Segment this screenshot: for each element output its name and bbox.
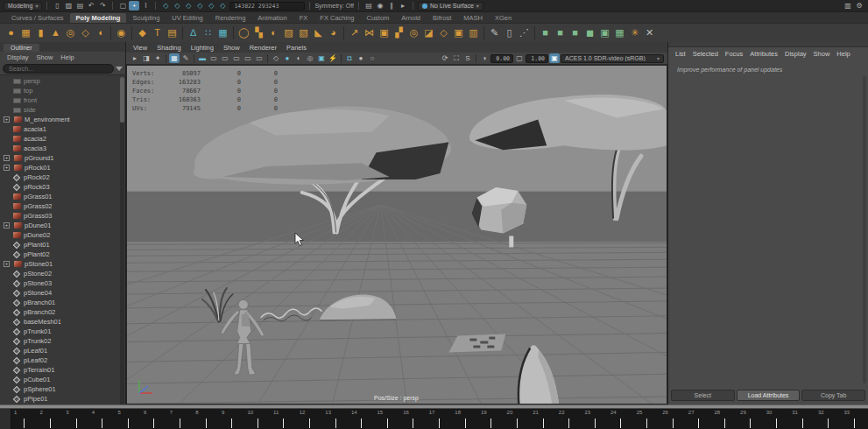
- plugin-icon[interactable]: ⚡: [328, 53, 338, 63]
- frame-tick-11[interactable]: 11: [272, 409, 298, 429]
- outliner-item-pRock03[interactable]: pRock03: [0, 182, 125, 192]
- outliner-item-pPipe01[interactable]: pPipe01: [0, 394, 125, 404]
- frame-tick-20[interactable]: 20: [505, 409, 532, 429]
- make-live-icon[interactable]: ◇: [217, 1, 228, 11]
- outliner-item-persp[interactable]: persp: [0, 76, 125, 86]
- pause-render-icon[interactable]: ∥: [386, 1, 397, 11]
- boolean-icon[interactable]: ◐: [266, 25, 281, 40]
- snap-plane-icon[interactable]: ◇: [194, 1, 205, 11]
- bridge-icon[interactable]: ⋈: [362, 25, 377, 40]
- average-vertices-icon[interactable]: ◼: [582, 25, 597, 40]
- camera-based-icon[interactable]: ▦: [215, 25, 230, 40]
- snap-point-icon[interactable]: ◇: [183, 1, 194, 11]
- scrollbar-thumb[interactable]: [120, 77, 124, 123]
- bevel-icon[interactable]: ◪: [421, 25, 436, 40]
- frame-tick-4[interactable]: 4: [90, 409, 116, 429]
- search-input[interactable]: [3, 64, 114, 74]
- render-frame-icon[interactable]: ▤: [363, 1, 374, 11]
- poly-torus-icon[interactable]: ◎: [63, 25, 78, 40]
- menu-set-selector[interactable]: Modeling ▾: [4, 2, 42, 11]
- redo-icon[interactable]: ↷: [97, 1, 108, 11]
- outliner-item-pTrunk01[interactable]: pTrunk01: [0, 327, 125, 336]
- outliner-item-acacia2[interactable]: acacia2: [0, 134, 125, 144]
- target-weld-icon[interactable]: ■: [538, 25, 553, 40]
- node-editor-icon[interactable]: ▥: [466, 25, 481, 40]
- outliner-menu-display[interactable]: Display: [7, 53, 29, 61]
- mirror-icon[interactable]: ▞: [392, 25, 406, 40]
- exposure-icon[interactable]: ◑: [479, 53, 490, 63]
- poly-text-icon[interactable]: T: [150, 25, 165, 40]
- frame-tick-16[interactable]: 16: [401, 409, 427, 429]
- outliner-item-pBranch02[interactable]: pBranch02: [0, 307, 125, 317]
- snap-grid-icon[interactable]: ◇: [160, 1, 171, 11]
- filter-icon[interactable]: [116, 67, 123, 71]
- outliner-item-M_environment[interactable]: +M_environment: [0, 115, 125, 124]
- quad-patch-icon[interactable]: ◇: [436, 25, 451, 40]
- sweep-mesh-icon[interactable]: ▤: [165, 25, 180, 40]
- frame-tick-14[interactable]: 14: [349, 409, 376, 429]
- viewport-menu-lighting[interactable]: Lighting: [191, 44, 214, 52]
- outliner-item-pRock01[interactable]: +pRock01: [0, 163, 125, 172]
- insert-edge-loop-icon[interactable]: ▯: [502, 25, 517, 40]
- spike-icon[interactable]: ✳: [627, 25, 642, 40]
- shelf-tab-arnold[interactable]: Arnold: [395, 13, 427, 23]
- attribute-editor-menu-list[interactable]: List: [675, 50, 686, 58]
- shaded-mode-icon[interactable]: ▭: [208, 53, 219, 63]
- open-scene-icon[interactable]: ▨: [63, 1, 74, 11]
- frame-tick-18[interactable]: 18: [453, 409, 479, 429]
- outliner-item-pPlant01[interactable]: pPlant01: [0, 240, 125, 250]
- outliner-item-pDune02[interactable]: pDune02: [0, 230, 125, 240]
- frame-tick-9[interactable]: 9: [220, 409, 246, 429]
- shelf-tab-fx-caching[interactable]: FX Caching: [314, 13, 360, 23]
- render-settings-icon[interactable]: ▸: [398, 1, 408, 11]
- shelf-tab-xgen[interactable]: XGen: [489, 13, 518, 23]
- outliner-item-pBranch01[interactable]: pBranch01: [0, 298, 125, 307]
- viewport-menu-panels[interactable]: Panels: [286, 44, 307, 52]
- poly-disc-icon[interactable]: ◖: [93, 25, 108, 40]
- outliner-item-acacia3[interactable]: acacia3: [0, 144, 125, 153]
- outliner-item-pCube01[interactable]: pCube01: [0, 375, 125, 384]
- relax-icon[interactable]: ▣: [597, 25, 612, 40]
- expand-toggle-icon[interactable]: +: [4, 155, 10, 161]
- frame-tick-28[interactable]: 28: [712, 409, 738, 429]
- quad-draw-icon[interactable]: ∷: [201, 25, 215, 40]
- bookmark-icon[interactable]: ◨: [141, 53, 152, 63]
- frame-tick-30[interactable]: 30: [765, 409, 791, 429]
- save-scene-icon[interactable]: ▤: [74, 1, 85, 11]
- live-surface-selector[interactable]: No Live Surface ▾: [418, 2, 483, 11]
- outliner-item-pGrass03[interactable]: pGrass03: [0, 211, 125, 221]
- refresh-icon[interactable]: ⟳: [440, 53, 450, 63]
- outliner-item-pStone01[interactable]: +pStone01: [0, 259, 125, 269]
- scrollbar-track[interactable]: [863, 76, 866, 383]
- frame-tick-29[interactable]: 29: [738, 409, 765, 429]
- poly-cube-icon[interactable]: ▦: [18, 25, 33, 40]
- frame-tick-3[interactable]: 3: [64, 409, 90, 429]
- frame-tick-22[interactable]: 22: [557, 409, 583, 429]
- frame-tick-19[interactable]: 19: [479, 409, 505, 429]
- outliner-item-pStone02[interactable]: pStone02: [0, 269, 125, 278]
- lasso-tool-icon[interactable]: ⌇: [140, 1, 151, 11]
- textured-plane[interactable]: [448, 334, 505, 353]
- shadows-icon[interactable]: ▭: [243, 53, 253, 63]
- outliner-item-pLeaf02[interactable]: pLeaf02: [0, 355, 125, 365]
- viewport-menu-show[interactable]: Show: [223, 44, 240, 52]
- shelf-tab-sculpting[interactable]: Sculpting: [126, 13, 166, 23]
- film-gate-icon[interactable]: ✎: [180, 53, 191, 63]
- attribute-editor-menu-selected[interactable]: Selected: [693, 50, 718, 58]
- shelf-tab-uv-editing[interactable]: UV Editing: [166, 13, 208, 23]
- image-plane-icon[interactable]: ✦: [152, 53, 163, 63]
- attribute-editor-menu-help[interactable]: Help: [836, 50, 850, 58]
- outliner-item-pGrass01[interactable]: pGrass01: [0, 192, 125, 201]
- frame-tick-1[interactable]: 1: [12, 409, 39, 429]
- scrollbar-track[interactable]: [120, 77, 124, 404]
- outliner-item-pTrunk02[interactable]: pTrunk02: [0, 336, 125, 346]
- frame-tick-25[interactable]: 25: [635, 409, 661, 429]
- outliner-item-pDune01[interactable]: +pDune01: [0, 221, 125, 230]
- gamma-field[interactable]: 1.00: [526, 54, 548, 63]
- frame-tick-13[interactable]: 13: [323, 409, 349, 429]
- shelf-tab-animation[interactable]: Animation: [251, 13, 293, 23]
- outliner-item-pStone04[interactable]: pStone04: [0, 288, 125, 298]
- viewport-settings-icon[interactable]: ▣: [316, 53, 327, 63]
- attribute-editor-menu-show[interactable]: Show: [814, 50, 830, 58]
- outliner-menu-show[interactable]: Show: [37, 53, 53, 61]
